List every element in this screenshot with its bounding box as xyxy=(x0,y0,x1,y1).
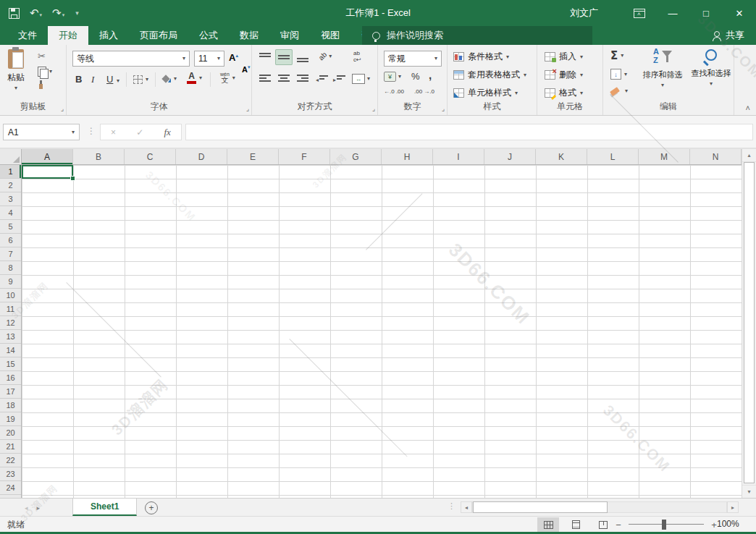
find-select-caret-icon[interactable]: ▾ xyxy=(710,81,713,87)
merge-center-button[interactable]: ↔ ▾ xyxy=(352,74,370,84)
column-header[interactable]: F xyxy=(279,149,330,164)
phonetic-caret-icon[interactable]: ▾ xyxy=(232,75,235,81)
tabs-scrollbar-grip-icon[interactable]: ⋮ xyxy=(448,501,455,511)
column-header[interactable]: M xyxy=(639,149,690,164)
row-header[interactable]: 16 xyxy=(0,371,21,385)
tab-page-layout[interactable]: 页面布局 xyxy=(129,26,188,45)
insert-function-icon[interactable]: fx xyxy=(164,127,171,138)
percent-style-button[interactable]: % xyxy=(411,71,420,82)
save-icon[interactable] xyxy=(9,8,20,19)
redo-caret-icon[interactable]: ▾ xyxy=(62,12,65,17)
align-right-button[interactable] xyxy=(294,71,311,87)
normal-view-button[interactable] xyxy=(537,517,559,532)
fill-color-button[interactable]: ▾ xyxy=(162,75,177,82)
column-header[interactable]: L xyxy=(587,149,639,164)
borders-button[interactable]: ▾ xyxy=(133,75,148,84)
row-header[interactable]: 7 xyxy=(0,247,21,261)
undo-caret-icon[interactable]: ▾ xyxy=(40,12,43,17)
row-header[interactable]: 19 xyxy=(0,412,21,426)
tab-formulas[interactable]: 公式 xyxy=(188,26,229,45)
fill-handle[interactable] xyxy=(70,176,75,181)
orientation-button[interactable]: ab ▾ xyxy=(319,52,332,60)
paste-caret-icon[interactable]: ▾ xyxy=(14,85,17,91)
new-sheet-button[interactable]: + xyxy=(145,501,158,514)
column-header[interactable]: J xyxy=(484,149,536,164)
scroll-down-icon[interactable]: ▾ xyxy=(742,485,756,498)
page-layout-view-button[interactable] xyxy=(565,517,587,532)
column-header[interactable]: N xyxy=(690,149,742,164)
font-size-combo[interactable]: 11 ▾ xyxy=(194,51,224,67)
zoom-out-button[interactable]: − xyxy=(614,520,623,530)
row-header[interactable]: 14 xyxy=(0,344,21,357)
row-header[interactable]: 3 xyxy=(0,192,21,206)
row-header[interactable]: 12 xyxy=(0,316,21,330)
horizontal-scroll-thumb[interactable] xyxy=(473,501,608,513)
copy-caret-icon[interactable]: ▾ xyxy=(49,69,52,75)
name-box-caret-icon[interactable]: ▾ xyxy=(72,130,75,135)
column-header[interactable]: H xyxy=(382,149,433,164)
row-header[interactable]: 20 xyxy=(0,426,21,440)
decrease-indent-button[interactable]: ◂ xyxy=(316,75,328,85)
active-cell-a1[interactable] xyxy=(22,165,73,179)
tab-view[interactable]: 视图 xyxy=(310,26,350,45)
row-header[interactable]: 21 xyxy=(0,440,21,454)
cut-button[interactable]: ✂ xyxy=(38,51,46,62)
paste-button[interactable]: 粘贴 ▾ xyxy=(7,49,25,91)
select-all-button[interactable] xyxy=(0,149,22,165)
font-family-combo[interactable]: 等线 ▾ xyxy=(72,51,190,67)
row-header[interactable]: 1 xyxy=(0,165,21,179)
tab-data[interactable]: 数据 xyxy=(229,26,269,45)
share-button[interactable]: 共享 xyxy=(713,26,744,45)
phonetic-guide-button[interactable]: wén 文 ▾ xyxy=(220,72,235,84)
row-header[interactable]: 15 xyxy=(0,357,21,371)
zoom-slider-track[interactable] xyxy=(629,517,704,532)
column-header[interactable]: A xyxy=(22,149,73,164)
clear-caret-icon[interactable]: ▾ xyxy=(625,88,628,94)
formula-input[interactable] xyxy=(185,124,753,140)
column-header[interactable]: I xyxy=(433,149,484,164)
row-header[interactable]: 13 xyxy=(0,330,21,344)
formula-bar-grip-icon[interactable]: ⋮ xyxy=(87,126,96,136)
maximize-button[interactable]: □ xyxy=(689,0,723,26)
autosum-button[interactable]: Σ ▾ xyxy=(610,49,623,62)
prev-sheet-icon[interactable]: ◂ xyxy=(25,504,28,512)
bold-button[interactable]: B xyxy=(75,74,82,85)
row-header[interactable]: 2 xyxy=(0,179,21,192)
undo-button[interactable]: ↶▾ xyxy=(30,7,42,20)
row-header[interactable]: 23 xyxy=(0,467,21,481)
column-header[interactable]: E xyxy=(227,149,279,164)
delete-cells-button[interactable]: 删除 ▾ xyxy=(545,69,583,81)
clipboard-dialog-launcher[interactable]: ⌟ xyxy=(61,105,64,112)
customize-qat-icon[interactable]: ▾ xyxy=(75,9,79,17)
scroll-up-icon[interactable]: ▴ xyxy=(742,149,756,162)
increase-indent-button[interactable]: ▸ xyxy=(333,75,345,85)
underline-caret-icon[interactable]: ▾ xyxy=(117,78,119,84)
name-box[interactable]: A1 ▾ xyxy=(3,124,80,140)
row-header[interactable]: 5 xyxy=(0,220,21,234)
underline-button[interactable]: U xyxy=(106,74,113,85)
scroll-left-icon[interactable]: ◂ xyxy=(461,501,472,513)
zoom-level[interactable]: 100% xyxy=(717,519,739,529)
italic-button[interactable]: I xyxy=(91,74,94,85)
font-color-caret-icon[interactable]: ▾ xyxy=(199,75,202,81)
row-header[interactable]: 9 xyxy=(0,275,21,289)
align-center-button[interactable] xyxy=(275,71,293,87)
find-select-button[interactable]: 查找和选择 ▾ xyxy=(689,48,734,87)
font-size-caret-icon[interactable]: ▾ xyxy=(217,56,220,62)
sheet-tab-sheet1[interactable]: Sheet1 xyxy=(72,499,137,516)
orientation-caret-icon[interactable]: ▾ xyxy=(329,54,332,59)
ribbon-display-options-button[interactable] xyxy=(623,0,656,26)
row-header[interactable]: 17 xyxy=(0,385,21,399)
increase-decimal-button[interactable]: ←.0 .00 xyxy=(384,88,404,95)
decrease-decimal-button[interactable]: .00 →.0 xyxy=(414,88,434,95)
copy-button[interactable]: ▾ xyxy=(38,67,52,77)
row-header[interactable]: 6 xyxy=(0,234,21,247)
row-header[interactable]: 4 xyxy=(0,206,21,220)
enter-entry-icon[interactable]: ✓ xyxy=(136,127,143,137)
accounting-caret-icon[interactable]: ▾ xyxy=(398,74,401,80)
number-dialog-launcher[interactable]: ⌟ xyxy=(442,105,445,112)
redo-button[interactable]: ↷▾ xyxy=(52,7,64,20)
row-header[interactable]: 22 xyxy=(0,454,21,467)
column-header[interactable]: G xyxy=(330,149,382,164)
align-left-button[interactable] xyxy=(256,71,274,87)
